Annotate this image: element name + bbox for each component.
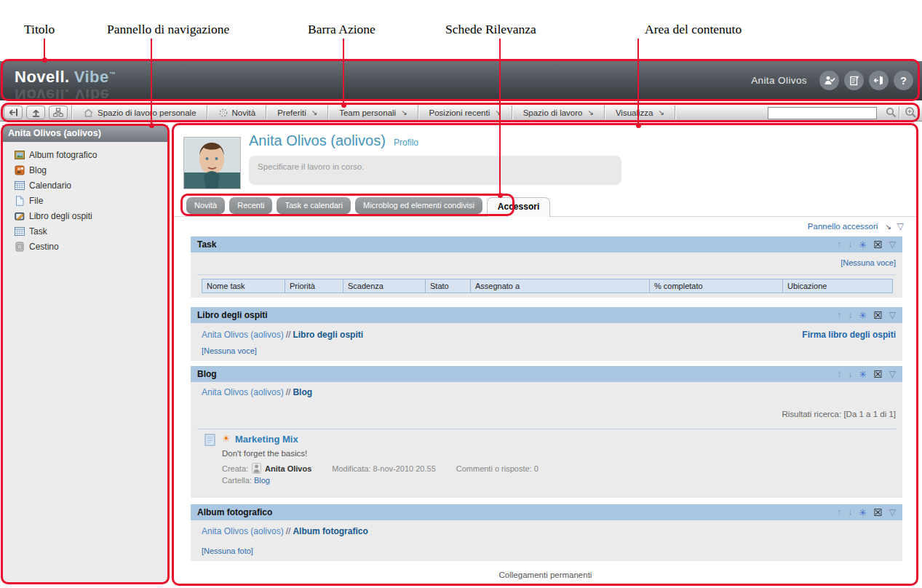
tab-novita[interactable]: Novità <box>186 197 225 214</box>
blog-entry-meta: Creata: Anita Olivos Modificata: 8-nov-2… <box>222 463 539 474</box>
divider <box>197 274 896 275</box>
advanced-search-button[interactable] <box>904 106 918 121</box>
sidebar-item-blog[interactable]: Blog <box>2 163 168 178</box>
column-header: Ubicazione <box>782 279 893 293</box>
photo-album-panel-title: Album fotografico <box>197 507 272 517</box>
breadcrumb-user-link[interactable]: Anita Olivos (aolivos) <box>202 526 284 536</box>
move-down-icon[interactable]: ↓ <box>848 311 852 319</box>
logout-button[interactable] <box>869 71 889 90</box>
annotation-dot <box>498 193 503 198</box>
toolbar-separator <box>327 106 329 119</box>
no-entries-link[interactable]: [Nessuna voce] <box>202 346 257 355</box>
profile-settings-button[interactable] <box>819 71 839 90</box>
status-input[interactable]: Specificare il lavoro in corso. <box>249 156 621 185</box>
logged-in-user-name: Anita Olivos <box>751 75 807 86</box>
permalinks-link[interactable]: Collegamenti permanenti <box>174 571 917 579</box>
whats-new-button[interactable]: Novità <box>212 104 263 122</box>
close-icon[interactable]: ☒ <box>873 507 883 517</box>
workspace-menu[interactable]: Spazio di lavoro ↘ <box>517 104 600 122</box>
collapse-chevron-icon[interactable]: ▽ <box>889 240 896 249</box>
dropdown-arrow-icon: ↘ <box>658 108 664 116</box>
move-up-icon[interactable]: ↑ <box>837 311 841 319</box>
tab-microblog[interactable]: Microblog ed elementi condivisi <box>355 197 482 214</box>
sidebar-item-album-fotografico[interactable]: Album fotografico <box>2 148 168 163</box>
move-up-icon[interactable]: ↑ <box>837 370 841 378</box>
trash-icon <box>15 242 25 252</box>
chevron-down-icon[interactable]: ▽ <box>897 222 904 231</box>
favorites-menu[interactable]: Preferiti ↘ <box>271 104 324 122</box>
sidebar-item-label: File <box>29 196 43 206</box>
search-input[interactable] <box>768 107 877 119</box>
folder-link[interactable]: Blog <box>254 476 270 485</box>
toolbar-separator <box>207 106 208 119</box>
annotation-line <box>343 39 344 105</box>
close-icon[interactable]: ☒ <box>873 369 883 379</box>
logo-vibe: Vibe <box>74 68 109 86</box>
back-button[interactable] <box>4 106 23 119</box>
annotation-dot <box>341 103 346 108</box>
no-photos-link[interactable]: [Nessuna foto] <box>202 547 253 555</box>
avatar-photo <box>184 138 240 188</box>
favorites-label: Preferiti <box>277 108 306 117</box>
sign-guestbook-link[interactable]: Firma libro degli ospiti <box>802 330 896 340</box>
settings-gear-icon[interactable]: ✳ <box>859 508 867 517</box>
breadcrumb-separator: // <box>286 387 291 397</box>
sidebar-item-task[interactable]: Task <box>2 224 168 239</box>
move-up-icon[interactable]: ↑ <box>837 508 841 517</box>
personal-preferences-button[interactable] <box>844 71 864 90</box>
tab-accessori[interactable]: Accessori <box>487 197 550 217</box>
move-up-icon[interactable]: ↑ <box>837 240 841 249</box>
whats-new-label: Novità <box>232 108 256 117</box>
personal-workspace-button[interactable]: Spazio di lavoro personale <box>76 104 203 122</box>
up-level-button[interactable] <box>26 106 45 119</box>
sidebar-item-file[interactable]: File <box>2 194 168 209</box>
no-entries-link[interactable]: [Nessuna voce] <box>840 258 896 267</box>
sidebar-item-label: Cestino <box>29 242 59 252</box>
annotation-line <box>637 39 639 125</box>
column-header: Nome task <box>202 279 285 293</box>
settings-gear-icon[interactable]: ✳ <box>859 240 867 250</box>
recent-places-menu[interactable]: Posizioni recenti ↘ <box>423 104 508 122</box>
search-button[interactable] <box>885 106 897 120</box>
move-down-icon[interactable]: ↓ <box>848 240 852 249</box>
blog-entry-title-link[interactable]: Marketing Mix <box>235 434 298 445</box>
annotation-dot <box>42 57 47 63</box>
toolbar-separator <box>512 106 513 119</box>
view-label: Visualizza <box>616 108 653 117</box>
collapse-chevron-icon[interactable]: ▽ <box>889 311 896 319</box>
tab-task-e-calendari[interactable]: Task e calendari <box>277 197 351 214</box>
tab-recenti[interactable]: Recenti <box>229 197 272 214</box>
toolbar-separator <box>71 106 73 119</box>
search-plus-icon <box>904 106 918 119</box>
move-down-icon[interactable]: ↓ <box>848 370 852 378</box>
navigation-panel: Anita Olivos (aolivos) Album fotografico… <box>2 125 168 583</box>
annotation-schede-rilevanza: Schede Rilevanza <box>445 22 536 37</box>
help-button[interactable]: ? <box>894 71 913 90</box>
workspace-tree-button[interactable] <box>49 106 68 119</box>
annotation-dot <box>149 123 154 128</box>
view-menu[interactable]: Visualizza ↘ <box>609 104 671 122</box>
breadcrumb-user-link[interactable]: Anita Olivos (aolivos) <box>202 387 284 397</box>
breadcrumb-page-link[interactable]: Libro degli ospiti <box>293 330 363 340</box>
close-icon[interactable]: ☒ <box>873 310 883 320</box>
move-down-icon[interactable]: ↓ <box>848 508 852 517</box>
settings-gear-icon[interactable]: ✳ <box>859 370 867 379</box>
settings-gear-icon[interactable]: ✳ <box>859 311 867 320</box>
sidebar-item-cestino[interactable]: Cestino <box>2 239 168 255</box>
sidebar-item-libro-degli-ospiti[interactable]: Libro degli ospiti <box>2 209 168 224</box>
profile-avatar <box>183 137 241 189</box>
guestbook-panel: Libro degli ospiti ↑ ↓ ✳ ☒ ▽ Anita Olivo… <box>191 307 902 361</box>
collapse-chevron-icon[interactable]: ▽ <box>889 370 896 378</box>
collapse-chevron-icon[interactable]: ▽ <box>889 508 896 517</box>
new-entry-icon: ☀ <box>222 433 231 444</box>
sidebar-item-calendario[interactable]: Calendario <box>2 178 168 194</box>
guestbook-icon <box>15 211 25 221</box>
breadcrumb-user-link[interactable]: Anita Olivos (aolivos) <box>202 330 284 340</box>
dropdown-arrow-icon: ↘ <box>401 108 407 116</box>
profile-link[interactable]: Profilo <box>394 138 418 148</box>
close-icon[interactable]: ☒ <box>873 239 883 250</box>
divider <box>197 429 896 429</box>
breadcrumb-page-link[interactable]: Album fotografico <box>293 526 367 536</box>
breadcrumb-page-link[interactable]: Blog <box>293 387 312 397</box>
accessory-panel-link[interactable]: Pannello accessori <box>808 222 878 231</box>
